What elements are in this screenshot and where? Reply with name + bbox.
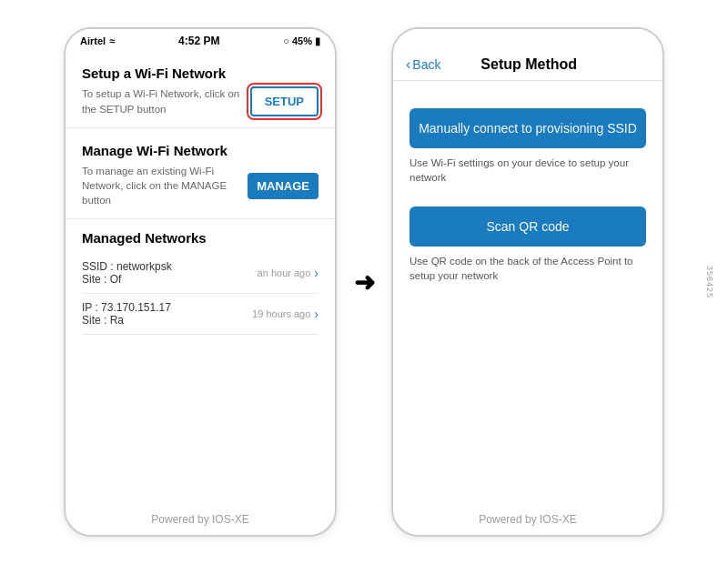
carrier-label: Airtel — [80, 35, 106, 46]
main-container: Airtel ≈ 4:52 PM ○ 45% ▮ Setup a Wi-Fi N… — [0, 0, 728, 564]
arrow-container: ➜ — [337, 267, 391, 297]
managed-networks-section: Managed Networks SSID : networkpsk Site … — [66, 219, 335, 504]
setup-section: Setup a Wi-Fi Network To setup a Wi-Fi N… — [66, 51, 335, 128]
network-item-1[interactable]: SSID : networkpsk Site : Of an hour ago … — [82, 253, 318, 294]
wifi-icon: ≈ — [109, 35, 115, 46]
manage-body: To manage an existing Wi-Fi Network, cli… — [82, 164, 318, 207]
location-icon: ○ — [283, 35, 289, 46]
back-button[interactable]: ‹ Back — [406, 56, 440, 73]
battery-label: 45% — [292, 35, 312, 46]
setup-desc: To setup a Wi-Fi Network, click on the S… — [82, 86, 250, 116]
status-left: Airtel ≈ — [80, 35, 115, 46]
watermark: 356425 — [705, 266, 714, 298]
manage-desc: To manage an existing Wi-Fi Network, cli… — [82, 164, 248, 207]
back-chevron-icon: ‹ — [406, 56, 410, 73]
network-time-1: an hour ago — [258, 267, 311, 278]
scan-qr-desc: Use QR code on the back of the Access Po… — [410, 254, 646, 283]
manual-connect-desc: Use Wi-Fi settings on your device to set… — [410, 156, 646, 185]
screen2-header: ‹ Back Setup Method — [393, 47, 662, 81]
network-item-2[interactable]: IP : 73.170.151.17 Site : Ra 19 hours ag… — [82, 294, 318, 335]
screen2-content: Manually connect to provisioning SSID Us… — [393, 81, 662, 504]
manage-title: Manage Wi-Fi Network — [82, 143, 318, 158]
network-time-2: 19 hours ago — [252, 308, 310, 319]
setup-body: To setup a Wi-Fi Network, click on the S… — [82, 86, 318, 116]
screen2-title: Setup Method — [440, 56, 617, 73]
chevron-icon-2: › — [314, 307, 318, 321]
managed-title: Managed Networks — [82, 230, 318, 246]
network-info-2: IP : 73.170.151.17 Site : Ra — [82, 301, 252, 327]
scan-qr-button[interactable]: Scan QR code — [410, 206, 646, 247]
status-time: 4:52 PM — [178, 35, 219, 47]
status-bar-2 — [393, 29, 662, 47]
status-right: ○ 45% ▮ — [283, 35, 320, 47]
back-label: Back — [412, 57, 440, 72]
network-ssid-2: IP : 73.170.151.17 — [82, 301, 252, 314]
setup-title: Setup a Wi-Fi Network — [82, 65, 318, 81]
manage-section: Manage Wi-Fi Network To manage an existi… — [66, 128, 335, 219]
status-bar: Airtel ≈ 4:52 PM ○ 45% ▮ — [66, 29, 335, 51]
network-info-1: SSID : networkpsk Site : Of — [82, 260, 258, 286]
footer-2: Powered by IOS-XE — [393, 504, 662, 535]
network-site-1: Site : Of — [82, 273, 258, 286]
screen1-content: Setup a Wi-Fi Network To setup a Wi-Fi N… — [66, 51, 335, 535]
manual-connect-button[interactable]: Manually connect to provisioning SSID — [410, 108, 646, 148]
footer-1: Powered by IOS-XE — [66, 504, 335, 535]
setup-button[interactable]: SETUP — [250, 86, 318, 116]
network-site-2: Site : Ra — [82, 314, 252, 327]
phone-screen-1: Airtel ≈ 4:52 PM ○ 45% ▮ Setup a Wi-Fi N… — [64, 27, 337, 537]
battery-icon: ▮ — [315, 35, 320, 47]
network-meta-1: an hour ago — [258, 267, 311, 278]
network-meta-2: 19 hours ago — [252, 308, 310, 319]
chevron-icon-1: › — [314, 266, 318, 280]
network-ssid-1: SSID : networkpsk — [82, 260, 258, 273]
manage-button[interactable]: MANAGE — [248, 173, 318, 199]
phone-screen-2: ‹ Back Setup Method Manually connect to … — [391, 27, 664, 537]
arrow-icon: ➜ — [354, 267, 375, 297]
